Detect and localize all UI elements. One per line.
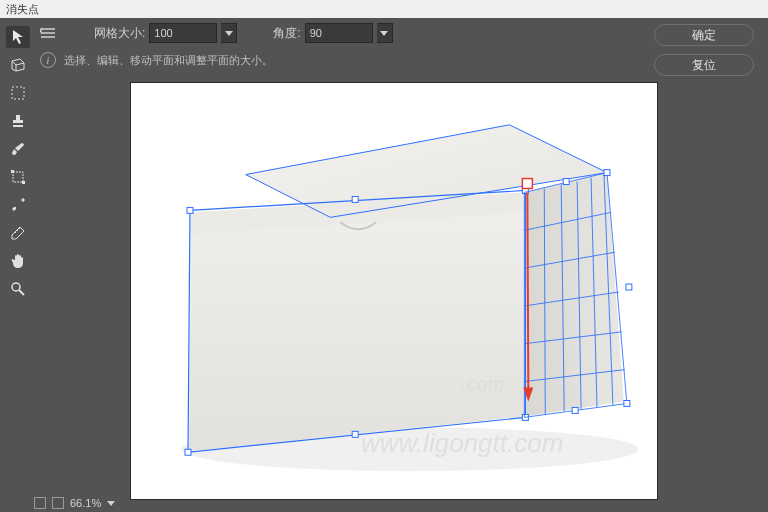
zoom-level[interactable]: 66.1%: [70, 497, 101, 509]
svg-rect-16: [187, 207, 193, 213]
reset-button[interactable]: 复位: [654, 54, 754, 76]
grid-size-label: 网格大小:: [94, 25, 145, 42]
svg-rect-37: [626, 284, 632, 290]
chevron-down-icon[interactable]: [107, 501, 115, 506]
svg-marker-3: [13, 30, 23, 44]
marquee-tool[interactable]: [6, 82, 30, 104]
svg-marker-12: [189, 192, 524, 451]
svg-rect-7: [22, 181, 25, 184]
svg-rect-35: [604, 170, 610, 176]
svg-rect-5: [13, 172, 23, 182]
angle-input[interactable]: [305, 23, 373, 43]
window-title: 消失点: [6, 3, 39, 15]
svg-rect-4: [12, 87, 24, 99]
canvas[interactable]: www.ligongtt.com .com: [130, 82, 658, 500]
svg-rect-21: [352, 431, 358, 437]
stamp-tool[interactable]: [6, 110, 30, 132]
svg-line-9: [19, 290, 24, 295]
svg-point-8: [12, 283, 20, 291]
hint-bar: i 选择、编辑、移动平面和调整平面的大小。: [0, 48, 768, 72]
svg-rect-19: [185, 449, 191, 455]
ok-button[interactable]: 确定: [654, 24, 754, 46]
svg-rect-20: [352, 196, 358, 202]
create-plane-tool[interactable]: [6, 54, 30, 76]
hand-tool[interactable]: [6, 250, 30, 272]
hint-text: 选择、编辑、移动平面和调整平面的大小。: [64, 53, 273, 68]
svg-rect-6: [11, 170, 14, 173]
grid-size-field: 网格大小:: [94, 23, 237, 43]
view-toggle-1[interactable]: [34, 497, 46, 509]
flyout-menu-icon[interactable]: [40, 26, 58, 40]
grid-size-input[interactable]: [149, 23, 217, 43]
view-toggle-2[interactable]: [52, 497, 64, 509]
angle-label: 角度:: [273, 25, 300, 42]
options-bar: 网格大小: 角度:: [0, 18, 768, 48]
svg-marker-0: [40, 27, 42, 34]
svg-rect-36: [572, 407, 578, 413]
angle-field: 角度:: [273, 23, 392, 43]
svg-line-40: [527, 192, 528, 391]
transform-tool[interactable]: [6, 166, 30, 188]
title-bar: 消失点: [0, 0, 768, 18]
svg-marker-42: [107, 501, 115, 506]
grid-size-dropdown[interactable]: [221, 23, 237, 43]
eyedropper-tool[interactable]: [6, 194, 30, 216]
dialog-buttons: 确定 复位: [654, 24, 754, 76]
svg-rect-38: [563, 179, 569, 185]
measure-tool[interactable]: [6, 222, 30, 244]
zoom-tool[interactable]: [6, 278, 30, 300]
tool-column: [4, 24, 32, 300]
brush-tool[interactable]: [6, 138, 30, 160]
svg-rect-39: [522, 179, 532, 189]
edit-plane-tool[interactable]: [6, 26, 30, 48]
status-bar: 66.1%: [34, 494, 115, 512]
svg-marker-2: [380, 31, 388, 36]
svg-rect-34: [624, 400, 630, 406]
angle-dropdown[interactable]: [377, 23, 393, 43]
info-icon: i: [40, 52, 56, 68]
svg-marker-1: [225, 31, 233, 36]
